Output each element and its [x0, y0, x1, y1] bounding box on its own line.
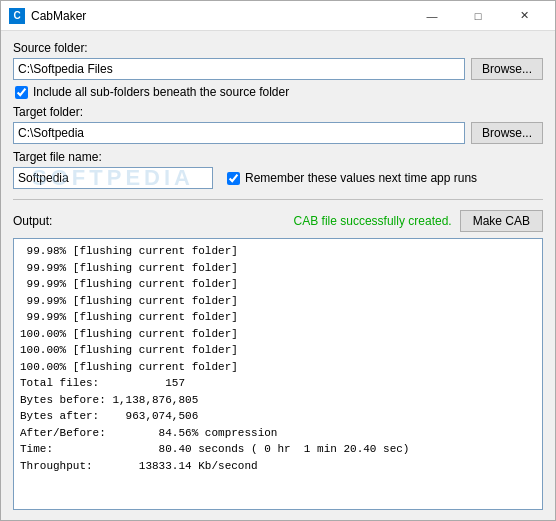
target-file-input-wrap: SOFTPEDIA: [13, 167, 213, 189]
source-browse-button[interactable]: Browse...: [471, 58, 543, 80]
window-title: CabMaker: [31, 9, 409, 23]
source-folder-label: Source folder:: [13, 41, 543, 55]
remember-label: Remember these values next time app runs: [245, 171, 477, 185]
target-folder-input[interactable]: [13, 122, 465, 144]
target-file-row: SOFTPEDIA Remember these values next tim…: [13, 167, 543, 189]
app-icon: C: [9, 8, 25, 24]
close-button[interactable]: ✕: [501, 1, 547, 31]
source-folder-input[interactable]: [13, 58, 465, 80]
status-text: CAB file successfully created.: [294, 214, 452, 228]
target-file-group: Target file name: SOFTPEDIA Remember the…: [13, 150, 543, 189]
output-header-row: Output: CAB file successfully created. M…: [13, 210, 543, 232]
target-file-input[interactable]: [13, 167, 213, 189]
title-bar: C CabMaker — □ ✕: [1, 1, 555, 31]
include-subfolders-row: Include all sub-folders beneath the sour…: [15, 85, 543, 99]
output-label: Output:: [13, 214, 52, 228]
output-log[interactable]: 99.98% [flushing current folder] 99.99% …: [13, 238, 543, 510]
make-cab-button[interactable]: Make CAB: [460, 210, 543, 232]
target-folder-row: Browse...: [13, 122, 543, 144]
target-folder-group: Target folder: Browse...: [13, 105, 543, 144]
remember-checkbox[interactable]: [227, 172, 240, 185]
window-controls: — □ ✕: [409, 1, 547, 31]
separator: [13, 199, 543, 200]
target-folder-label: Target folder:: [13, 105, 543, 119]
source-folder-row: Browse...: [13, 58, 543, 80]
target-file-label: Target file name:: [13, 150, 543, 164]
source-folder-group: Source folder: Browse... Include all sub…: [13, 41, 543, 99]
minimize-button[interactable]: —: [409, 1, 455, 31]
output-actions: CAB file successfully created. Make CAB: [294, 210, 543, 232]
restore-button[interactable]: □: [455, 1, 501, 31]
remember-row: Remember these values next time app runs: [227, 171, 477, 185]
include-subfolders-checkbox[interactable]: [15, 86, 28, 99]
main-window: C CabMaker — □ ✕ Source folder: Browse..…: [0, 0, 556, 521]
include-subfolders-label: Include all sub-folders beneath the sour…: [33, 85, 289, 99]
main-content: Source folder: Browse... Include all sub…: [1, 31, 555, 520]
target-browse-button[interactable]: Browse...: [471, 122, 543, 144]
